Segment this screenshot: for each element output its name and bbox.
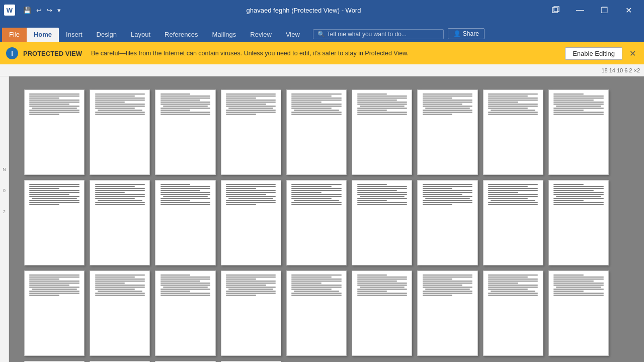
page-thumbnail[interactable] (548, 89, 609, 175)
text-line (226, 104, 266, 105)
text-line (488, 112, 538, 113)
tab-view[interactable]: View (279, 28, 307, 42)
close-button[interactable]: ✕ (617, 3, 640, 17)
text-line (95, 104, 145, 105)
page-thumbnail[interactable] (352, 270, 412, 356)
undo-button[interactable]: ↩ (34, 6, 44, 15)
text-line (291, 100, 341, 101)
text-line (95, 277, 135, 278)
text-line (98, 291, 142, 292)
tab-mailings[interactable]: Mailings (205, 28, 244, 42)
page-thumbnail[interactable] (286, 89, 347, 175)
text-line (95, 281, 145, 282)
minimize-button[interactable]: — (569, 3, 592, 17)
text-line (163, 196, 208, 197)
maximize-button[interactable]: ❐ (593, 3, 616, 17)
text-line (95, 94, 145, 95)
text-line (553, 295, 603, 296)
tell-me-input[interactable]: 🔍 Tell me what you want to do... (313, 29, 444, 39)
save-button[interactable]: 💾 (21, 6, 33, 15)
text-line (423, 112, 472, 113)
text-line (488, 194, 538, 195)
text-line (553, 283, 603, 284)
text-line (488, 295, 538, 296)
page-thumbnail[interactable] (417, 89, 477, 175)
text-line (553, 198, 603, 199)
page-thumbnail[interactable] (155, 270, 215, 356)
enable-editing-button[interactable]: Enable Editing (565, 47, 622, 60)
page-thumbnail[interactable] (548, 270, 609, 356)
text-line (228, 198, 273, 199)
page-thumbnail[interactable] (352, 89, 412, 175)
page-thumbnail[interactable] (548, 180, 609, 265)
text-line (226, 295, 256, 296)
page-thumbnail[interactable] (221, 180, 281, 265)
text-line (553, 184, 584, 185)
tab-insert[interactable]: Insert (59, 28, 90, 42)
tab-review[interactable]: Review (243, 28, 279, 42)
window-title: ghavaed feghh (Protected View) - Word (63, 7, 544, 14)
page-thumbnail[interactable] (417, 180, 477, 265)
page-thumbnail[interactable] (155, 89, 215, 175)
page-thumbnail[interactable] (483, 270, 543, 356)
text-line (423, 194, 462, 195)
text-line (163, 106, 208, 107)
page-content (549, 90, 608, 174)
left-ruler: N 0 2 (0, 76, 9, 362)
share-button[interactable]: 👤 Share (448, 28, 485, 39)
text-line (29, 112, 79, 113)
tab-home[interactable]: Home (27, 28, 59, 42)
page-content (549, 180, 608, 265)
page-thumbnail[interactable] (90, 270, 150, 356)
text-line (29, 184, 79, 185)
text-line (488, 198, 528, 199)
page-thumbnail[interactable] (221, 89, 281, 175)
text-line (357, 198, 407, 199)
text-line (423, 200, 472, 201)
tab-references[interactable]: References (157, 28, 205, 42)
zoom-value-2: 14 (609, 67, 615, 73)
text-line (488, 96, 528, 97)
customize-qa-button[interactable]: ▾ (55, 6, 63, 15)
text-line (423, 192, 472, 193)
text-line (29, 275, 79, 276)
text-line (423, 287, 472, 288)
page-thumbnail[interactable] (24, 89, 85, 175)
text-line (95, 96, 135, 97)
redo-button[interactable]: ↪ (45, 6, 54, 15)
tab-design[interactable]: Design (90, 28, 124, 42)
tab-file[interactable]: File (2, 28, 27, 42)
page-thumbnail[interactable] (90, 89, 150, 175)
page-thumbnail[interactable] (352, 180, 412, 265)
page-thumbnail[interactable] (24, 180, 85, 265)
page-thumbnail[interactable] (286, 270, 347, 356)
page-thumbnail[interactable] (286, 180, 347, 265)
protected-view-close-button[interactable]: ✕ (627, 49, 638, 58)
text-line (488, 202, 538, 203)
text-line (29, 194, 69, 195)
text-line (423, 184, 472, 185)
text-line (226, 112, 276, 113)
text-line (291, 186, 331, 187)
page-thumbnail[interactable] (417, 270, 477, 356)
restore-down-button[interactable] (544, 3, 568, 17)
text-line (32, 289, 76, 290)
text-line (160, 283, 210, 284)
text-line (29, 96, 79, 97)
text-line (226, 285, 266, 286)
tab-layout[interactable]: Layout (124, 28, 157, 42)
text-line (291, 190, 341, 191)
page-thumbnail[interactable] (155, 180, 215, 265)
text-line (423, 106, 472, 107)
text-line (226, 291, 276, 292)
page-thumbnail[interactable] (483, 89, 543, 175)
page-thumbnail[interactable] (221, 270, 281, 356)
page-thumbnail[interactable] (24, 270, 85, 356)
text-line (556, 196, 601, 197)
text-line (29, 188, 59, 189)
text-line (357, 190, 397, 191)
text-line (423, 291, 472, 292)
text-line (95, 108, 135, 109)
page-thumbnail[interactable] (90, 180, 150, 265)
page-thumbnail[interactable] (483, 180, 543, 265)
